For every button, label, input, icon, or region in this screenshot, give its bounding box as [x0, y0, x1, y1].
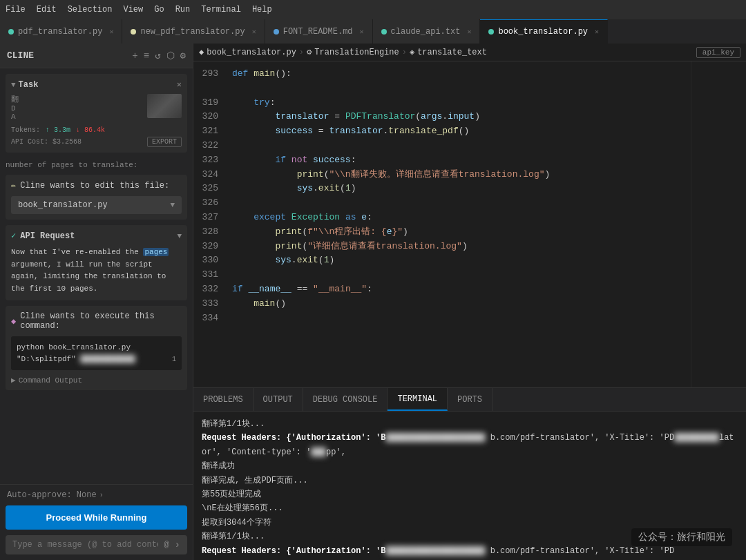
tab-dot-book-translator [488, 29, 494, 35]
tab-close-new-pdf-translator[interactable]: ✕ [252, 28, 256, 36]
message-input[interactable] [12, 540, 158, 550]
breadcrumb-file: book_translator.py [207, 48, 296, 57]
term-line-8: 翻译第1/1块... [202, 530, 738, 543]
menu-go[interactable]: Go [154, 5, 164, 15]
task-close-button[interactable]: ✕ [177, 79, 182, 90]
menu-file[interactable]: File [6, 5, 26, 15]
code-line-329: print("详细信息请查看translation.log") [232, 240, 691, 254]
menu-run[interactable]: Run [175, 5, 191, 15]
tab-label-font-readme: FONT_README.md [283, 27, 353, 37]
terminal-tabs: PROBLEMS OUTPUT DEBUG CONSOLE TERMINAL P… [193, 388, 746, 412]
command-output-label: Command Output [19, 376, 82, 385]
tab-dot-pdf-translator [8, 29, 14, 35]
term-line-9: Request Headers: {'Authorization': 'B███… [202, 544, 738, 558]
tokens-up: ↑ 3.3m [46, 126, 70, 134]
code-line-293: def main(): [232, 67, 691, 81]
send-icon[interactable]: › [175, 539, 180, 550]
command-counter: 1 [172, 354, 176, 365]
pages-highlight: pages [143, 248, 169, 256]
menu-view[interactable]: View [123, 5, 143, 15]
menu-terminal[interactable]: Terminal [201, 5, 241, 15]
edit-label: Cline wants to edit this file: [20, 181, 169, 191]
command-text-1: python book_translator.py [17, 343, 131, 351]
menu-selection[interactable]: Selection [68, 5, 113, 15]
file-select-dropdown[interactable]: book_translator.py ▼ [11, 196, 182, 214]
tab-output[interactable]: OUTPUT [254, 388, 303, 411]
tab-close-pdf-translator[interactable]: ✕ [109, 28, 113, 36]
menu-bar: File Edit Selection View Go Run Terminal… [0, 0, 746, 19]
tab-book-translator[interactable]: book_translator.py ✕ [480, 19, 608, 44]
auto-approve-chevron-icon: › [99, 492, 104, 499]
auto-approve-row[interactable]: Auto-approve: None › [0, 484, 193, 505]
file-select-chevron-icon: ▼ [170, 201, 175, 209]
code-line-325: sys.exit(1) [232, 182, 691, 196]
term-line-2: Request Headers: {'Authorization': 'B███… [202, 431, 738, 459]
task-text: 翻 D A [11, 94, 142, 121]
cline-settings-icon[interactable]: ⚙ [180, 50, 186, 61]
tab-close-font-readme[interactable]: ✕ [360, 28, 364, 36]
cline-title: CLINE [7, 50, 126, 61]
tab-close-book-translator[interactable]: ✕ [595, 28, 599, 36]
term-line-3: 翻译成功 [202, 459, 738, 473]
api-cost-label: API Cost: $3.2568 [11, 138, 82, 146]
breadcrumb-sep-2: › [402, 48, 407, 57]
term-line-1: 翻译第1/1块... [202, 417, 738, 431]
edit-header: ✏ Cline wants to edit this file: [11, 180, 182, 191]
code-line-322 [232, 139, 691, 153]
breadcrumb-class-name: TranslationEngine [314, 48, 399, 57]
code-line-331 [232, 268, 691, 282]
code-line-333: main() [232, 297, 691, 311]
code-line-320: translator = PDFTranslator(args.input) [232, 110, 691, 124]
menu-edit[interactable]: Edit [37, 5, 57, 15]
main-area: CLINE + ≡ ↺ ⬡ ⚙ ▼ Task ✕ 翻 D A [0, 44, 746, 560]
term-line-7: 提取到3044个字符 [202, 516, 738, 530]
breadcrumb-dot: ◆ [199, 47, 204, 57]
tab-ports[interactable]: PORTS [448, 388, 492, 411]
code-line-323: if not success: [232, 153, 691, 168]
code-line-blank1 [232, 81, 691, 96]
editor-area: ◆ book_translator.py › ⚙ TranslationEngi… [193, 44, 746, 560]
export-button[interactable]: EXPORT [147, 137, 182, 147]
cline-add-icon[interactable]: + [132, 50, 137, 61]
code-content[interactable]: def main(): try: translator = PDFTransla… [227, 61, 691, 387]
tab-font-readme[interactable]: FONT_README.md ✕ [265, 19, 373, 44]
api-key-badge: api_key [696, 47, 740, 58]
menu-help[interactable]: Help [252, 5, 272, 15]
task-box: ▼ Task ✕ 翻 D A Tokens: ↑ 3.3m ↓ 86.4k [6, 74, 187, 153]
term-line-4: 翻译完成, 生成PDF页面... [202, 474, 738, 487]
auto-approve-label: Auto-approve: None [7, 490, 97, 500]
command-output-toggle[interactable]: ▶ Command Output [11, 376, 182, 385]
term-blurred-auth-2: ████████████████████ [385, 546, 485, 556]
sidebar-scroll: ▼ Task ✕ 翻 D A Tokens: ↑ 3.3m ↓ 86.4k [0, 68, 193, 484]
code-editor[interactable]: 293 319 320 321 322 323 324 325 326 327 … [193, 61, 746, 387]
api-request-section: ✓ API Request ▼ Now that I've re-enabled… [6, 225, 187, 300]
terminal-content: 翻译第1/1块... Request Headers: {'Authorizat… [193, 412, 746, 560]
tab-label-pdf-translator: pdf_translator.py [18, 27, 102, 37]
api-request-label: API Request [20, 231, 173, 241]
api-request-header: ✓ API Request ▼ [11, 231, 182, 241]
term-line-6: \nE在处理第56页... [202, 501, 738, 515]
tab-close-claude-api[interactable]: ✕ [467, 28, 471, 36]
term-blurred-auth-1: ████████████████████ [385, 433, 485, 443]
code-line-326 [232, 196, 691, 211]
task-header: ▼ Task ✕ [11, 79, 182, 90]
line-numbers: 293 319 320 321 322 323 324 325 326 327 … [193, 61, 227, 387]
tab-claude-api[interactable]: claude_api.txt ✕ [373, 19, 481, 44]
tokens-label: Tokens: [11, 126, 40, 134]
term-line-5: 第55页处理完成 [202, 487, 738, 501]
at-icon[interactable]: @ [164, 540, 169, 550]
check-icon: ✓ [11, 231, 16, 241]
tab-terminal[interactable]: TERMINAL [388, 388, 448, 411]
breadcrumb-method: translate_text [417, 48, 487, 57]
tab-pdf-translator[interactable]: pdf_translator.py ✕ [0, 19, 122, 44]
cline-refresh-icon[interactable]: ↺ [155, 50, 160, 61]
cline-list-icon[interactable]: ≡ [144, 50, 149, 61]
tab-dot-claude-api [381, 29, 387, 35]
code-line-321: success = translator.translate_pdf() [232, 124, 691, 139]
tab-new-pdf-translator[interactable]: new_pdf_translator.py ✕ [122, 19, 265, 44]
proceed-button[interactable]: Proceed While Running [6, 505, 187, 530]
api-chevron-icon[interactable]: ▼ [177, 232, 182, 240]
tab-debug-console[interactable]: DEBUG CONSOLE [303, 388, 388, 411]
tab-problems[interactable]: PROBLEMS [193, 388, 254, 411]
cline-export-icon[interactable]: ⬡ [166, 50, 175, 61]
